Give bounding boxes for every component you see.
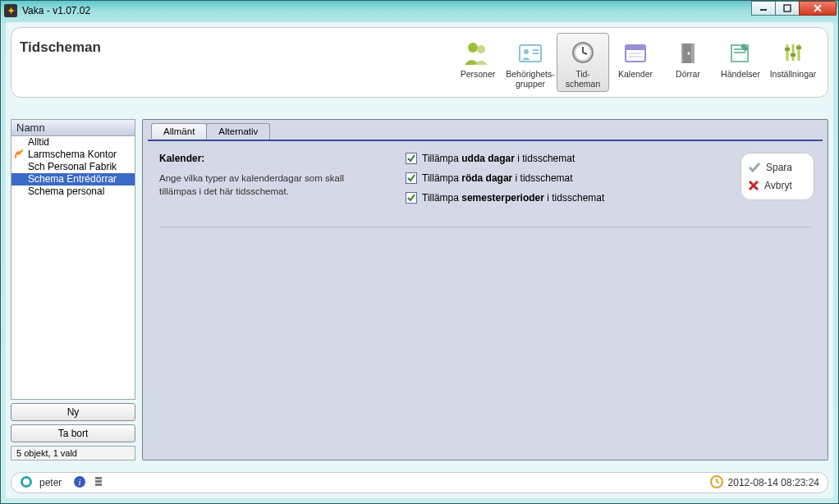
- main-toolbar: Tidscheman Personer: [11, 27, 828, 98]
- list-item[interactable]: Schema Entrédörrar: [11, 173, 135, 186]
- sidebar: Namn Alltid Larmschema Kontor Sch Person…: [11, 119, 135, 460]
- svg-rect-36: [95, 477, 102, 479]
- svg-point-33: [23, 479, 30, 485]
- svg-rect-27: [785, 48, 790, 51]
- list-item[interactable]: Schema personal: [11, 186, 135, 198]
- cancel-label: Avbryt: [764, 180, 792, 191]
- statusbar: peter i 2012-08-14 08:23:24: [11, 472, 828, 493]
- toolbar-label: Kalender: [618, 70, 653, 80]
- badge-icon: [516, 39, 545, 66]
- action-box: Spara Avbryt: [740, 153, 814, 200]
- toolbar-tidscheman[interactable]: Tid- scheman: [557, 33, 609, 92]
- save-label: Spara: [766, 162, 792, 173]
- list-item[interactable]: Sch Personal Fabrik: [11, 161, 135, 173]
- toolbar-installningar[interactable]: Inställningar: [767, 33, 819, 92]
- checkbox-semesterperioder[interactable]: Tillämpa semesterperioder i tidsschemat: [406, 192, 604, 204]
- checkbox-label: Tillämpa semesterperioder i tidsschemat: [422, 192, 604, 204]
- server-icon[interactable]: [93, 475, 104, 491]
- user-icon: [20, 475, 33, 491]
- list-item-label: Schema Entrédörrar: [28, 173, 117, 185]
- toolbar-label: Personer: [461, 70, 496, 80]
- toolbar-label: Behörighets- grupper: [506, 70, 555, 89]
- window-title: Vaka - v1.07.02: [22, 5, 90, 16]
- svg-point-20: [688, 53, 690, 55]
- check-icon: [748, 162, 761, 173]
- toolbar-kalender[interactable]: Kalender: [609, 33, 662, 92]
- detail-panel: Allmänt Alternativ Kalender: Ange vilka …: [142, 119, 828, 460]
- sidebar-header[interactable]: Namn: [11, 119, 135, 136]
- svg-line-41: [717, 482, 719, 483]
- clock-small-icon: [710, 475, 723, 491]
- toolbar-label: Inställningar: [770, 70, 817, 80]
- section-help: Ange vilka typer av kalenderdagar som sk…: [159, 172, 381, 198]
- checkbox-icon: [406, 172, 417, 184]
- app-icon: ✦: [4, 4, 17, 17]
- list-item-label: Sch Personal Fabrik: [28, 161, 117, 172]
- svg-rect-15: [626, 45, 645, 50]
- people-icon: [463, 39, 493, 66]
- checkbox-icon: [406, 192, 417, 204]
- checkbox-label: Tillämpa röda dagar i tidsschemat: [422, 172, 573, 184]
- svg-rect-1: [784, 5, 791, 11]
- status-user: peter: [39, 477, 62, 488]
- tab-alternativ[interactable]: Alternativ: [206, 123, 270, 140]
- svg-rect-28: [791, 53, 795, 57]
- name-list[interactable]: Alltid Larmschema Kontor Sch Personal Fa…: [11, 136, 135, 400]
- sliders-icon: [778, 39, 808, 66]
- events-icon: [726, 39, 755, 66]
- new-button[interactable]: Ny: [11, 403, 135, 421]
- sidebar-status: 5 objekt, 1 vald: [11, 446, 135, 460]
- status-datetime: 2012-08-14 08:23:24: [728, 477, 819, 488]
- delete-button[interactable]: Ta bort: [11, 424, 135, 442]
- svg-rect-38: [95, 483, 102, 486]
- calendar-icon: [621, 39, 650, 66]
- close-button[interactable]: [799, 1, 837, 16]
- toolbar-behorighetsgrupper[interactable]: Behörighets- grupper: [504, 33, 557, 92]
- checkbox-roda-dagar[interactable]: Tillämpa röda dagar i tidsschemat: [406, 172, 604, 184]
- toolbar-label: Händelser: [721, 70, 760, 80]
- toolbar-label: Dörrar: [676, 70, 700, 80]
- list-item-label: Larmschema Kontor: [28, 149, 117, 160]
- toolbar-label: Tid- scheman: [566, 70, 601, 89]
- divider: [159, 227, 811, 227]
- window-controls: [752, 1, 837, 16]
- toolbar-dorrar[interactable]: Dörrar: [662, 33, 714, 92]
- checkbox-icon: [406, 153, 417, 164]
- page-title: Tidscheman: [20, 39, 101, 56]
- toolbar-personer[interactable]: Personer: [452, 33, 504, 92]
- checkbox-udda-dagar[interactable]: Tillämpa udda dagar i tidsschemat: [406, 153, 604, 164]
- cancel-button[interactable]: Avbryt: [748, 180, 807, 191]
- save-button[interactable]: Spara: [748, 162, 807, 173]
- maximize-button[interactable]: [775, 1, 800, 16]
- svg-rect-29: [796, 46, 801, 49]
- titlebar: ✦ Vaka - v1.07.02: [1, 1, 838, 21]
- tab-allmant[interactable]: Allmänt: [151, 123, 207, 139]
- minimize-button[interactable]: [751, 1, 776, 16]
- list-item-label: Alltid: [28, 136, 49, 148]
- list-item-label: Schema personal: [28, 186, 104, 197]
- checkbox-label: Tillämpa udda dagar i tidsschemat: [422, 153, 575, 164]
- svg-point-7: [524, 49, 529, 54]
- list-item[interactable]: Alltid: [11, 136, 135, 149]
- section-heading: Kalender:: [159, 153, 406, 164]
- svg-point-4: [468, 43, 478, 53]
- alarm-icon: [14, 149, 24, 159]
- svg-text:i: i: [79, 477, 81, 487]
- toolbar-handelser[interactable]: Händelser: [714, 33, 767, 92]
- svg-point-5: [477, 45, 485, 53]
- door-icon: [673, 39, 703, 66]
- clock-icon: [568, 39, 598, 66]
- info-icon[interactable]: i: [73, 475, 86, 491]
- cross-icon: [748, 180, 759, 191]
- list-item[interactable]: Larmschema Kontor: [11, 149, 135, 161]
- svg-rect-37: [95, 480, 102, 483]
